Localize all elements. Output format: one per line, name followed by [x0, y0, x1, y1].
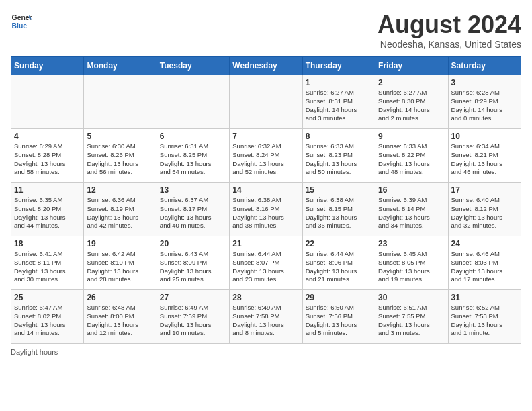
- day-number: 10: [451, 132, 518, 141]
- day-number: 14: [232, 185, 299, 195]
- day-number: 9: [378, 132, 445, 141]
- calendar-week-row: 1Sunrise: 6:27 AM Sunset: 8:31 PM Daylig…: [11, 75, 521, 129]
- calendar-cell: 10Sunrise: 6:34 AM Sunset: 8:21 PM Dayli…: [448, 129, 521, 183]
- day-info: Sunrise: 6:40 AM Sunset: 8:12 PM Dayligh…: [451, 196, 518, 230]
- day-info: Sunrise: 6:47 AM Sunset: 8:02 PM Dayligh…: [14, 304, 81, 338]
- day-info: Sunrise: 6:44 AM Sunset: 8:06 PM Dayligh…: [306, 250, 372, 284]
- day-info: Sunrise: 6:41 AM Sunset: 8:11 PM Dayligh…: [14, 250, 81, 284]
- calendar-cell: 7Sunrise: 6:32 AM Sunset: 8:24 PM Daylig…: [230, 129, 302, 183]
- calendar-cell: 21Sunrise: 6:44 AM Sunset: 8:07 PM Dayli…: [230, 236, 302, 290]
- calendar-cell: 19Sunrise: 6:42 AM Sunset: 8:10 PM Dayli…: [84, 236, 157, 290]
- calendar-cell: 3Sunrise: 6:28 AM Sunset: 8:29 PM Daylig…: [448, 75, 521, 129]
- day-info: Sunrise: 6:29 AM Sunset: 8:28 PM Dayligh…: [14, 142, 81, 177]
- day-info: Sunrise: 6:49 AM Sunset: 7:59 PM Dayligh…: [160, 304, 226, 338]
- day-info: Sunrise: 6:46 AM Sunset: 8:03 PM Dayligh…: [451, 250, 518, 284]
- calendar-week-row: 11Sunrise: 6:35 AM Sunset: 8:20 PM Dayli…: [11, 183, 521, 236]
- calendar-cell: [157, 75, 229, 129]
- day-number: 31: [451, 293, 518, 302]
- calendar-cell: [11, 75, 84, 129]
- footer: Daylight hours: [11, 348, 521, 356]
- calendar-cell: 26Sunrise: 6:48 AM Sunset: 8:00 PM Dayli…: [84, 290, 157, 344]
- logo: General Blue: [11, 11, 32, 32]
- day-number: 5: [87, 132, 153, 141]
- calendar-table: SundayMondayTuesdayWednesdayThursdayFrid…: [11, 56, 521, 344]
- day-number: 30: [378, 293, 445, 302]
- day-number: 15: [306, 185, 372, 195]
- day-number: 21: [232, 239, 299, 248]
- day-info: Sunrise: 6:27 AM Sunset: 8:30 PM Dayligh…: [378, 89, 445, 123]
- day-info: Sunrise: 6:48 AM Sunset: 8:00 PM Dayligh…: [87, 304, 153, 338]
- day-info: Sunrise: 6:37 AM Sunset: 8:17 PM Dayligh…: [160, 196, 226, 230]
- day-number: 11: [14, 185, 81, 195]
- day-number: 3: [451, 78, 518, 87]
- day-number: 8: [306, 132, 372, 141]
- footer-text: Daylight hours: [11, 348, 58, 356]
- day-number: 16: [378, 185, 445, 195]
- calendar-cell: 9Sunrise: 6:33 AM Sunset: 8:22 PM Daylig…: [375, 129, 448, 183]
- calendar-cell: 20Sunrise: 6:43 AM Sunset: 8:09 PM Dayli…: [157, 236, 229, 290]
- calendar-week-row: 4Sunrise: 6:29 AM Sunset: 8:28 PM Daylig…: [11, 129, 521, 183]
- calendar-cell: 11Sunrise: 6:35 AM Sunset: 8:20 PM Dayli…: [11, 183, 84, 236]
- day-info: Sunrise: 6:31 AM Sunset: 8:25 PM Dayligh…: [160, 142, 226, 177]
- calendar-cell: 24Sunrise: 6:46 AM Sunset: 8:03 PM Dayli…: [448, 236, 521, 290]
- day-info: Sunrise: 6:39 AM Sunset: 8:14 PM Dayligh…: [378, 196, 445, 230]
- calendar-day-header: Saturday: [448, 57, 521, 75]
- calendar-day-header: Tuesday: [157, 57, 229, 75]
- day-info: Sunrise: 6:36 AM Sunset: 8:19 PM Dayligh…: [87, 196, 153, 230]
- day-number: 2: [378, 78, 445, 87]
- calendar-day-header: Monday: [84, 57, 157, 75]
- page-subtitle: Neodesha, Kansas, United States: [378, 39, 521, 50]
- day-info: Sunrise: 6:38 AM Sunset: 8:15 PM Dayligh…: [306, 196, 372, 230]
- calendar-cell: 18Sunrise: 6:41 AM Sunset: 8:11 PM Dayli…: [11, 236, 84, 290]
- day-info: Sunrise: 6:27 AM Sunset: 8:31 PM Dayligh…: [306, 89, 372, 123]
- day-number: 6: [160, 132, 226, 141]
- day-number: 17: [451, 185, 518, 195]
- day-info: Sunrise: 6:45 AM Sunset: 8:05 PM Dayligh…: [378, 250, 445, 284]
- calendar-cell: 1Sunrise: 6:27 AM Sunset: 8:31 PM Daylig…: [302, 75, 375, 129]
- day-number: 18: [14, 239, 81, 248]
- calendar-cell: 30Sunrise: 6:51 AM Sunset: 7:55 PM Dayli…: [375, 290, 448, 344]
- day-number: 13: [160, 185, 226, 195]
- page-title: August 2024: [378, 11, 521, 39]
- day-number: 25: [14, 293, 81, 302]
- calendar-cell: 27Sunrise: 6:49 AM Sunset: 7:59 PM Dayli…: [157, 290, 229, 344]
- calendar-header-row: SundayMondayTuesdayWednesdayThursdayFrid…: [11, 57, 521, 75]
- day-number: 19: [87, 239, 153, 248]
- calendar-cell: 4Sunrise: 6:29 AM Sunset: 8:28 PM Daylig…: [11, 129, 84, 183]
- day-info: Sunrise: 6:51 AM Sunset: 7:55 PM Dayligh…: [378, 304, 445, 338]
- day-info: Sunrise: 6:33 AM Sunset: 8:22 PM Dayligh…: [378, 142, 445, 177]
- calendar-week-row: 25Sunrise: 6:47 AM Sunset: 8:02 PM Dayli…: [11, 290, 521, 344]
- calendar-day-header: Wednesday: [230, 57, 302, 75]
- day-number: 27: [160, 293, 226, 302]
- calendar-cell: 31Sunrise: 6:52 AM Sunset: 7:53 PM Dayli…: [448, 290, 521, 344]
- calendar-cell: 28Sunrise: 6:49 AM Sunset: 7:58 PM Dayli…: [230, 290, 302, 344]
- day-number: 24: [451, 239, 518, 248]
- calendar-cell: 8Sunrise: 6:33 AM Sunset: 8:23 PM Daylig…: [302, 129, 375, 183]
- calendar-week-row: 18Sunrise: 6:41 AM Sunset: 8:11 PM Dayli…: [11, 236, 521, 290]
- day-info: Sunrise: 6:32 AM Sunset: 8:24 PM Dayligh…: [232, 142, 299, 177]
- day-info: Sunrise: 6:52 AM Sunset: 7:53 PM Dayligh…: [451, 304, 518, 338]
- calendar-cell: 29Sunrise: 6:50 AM Sunset: 7:56 PM Dayli…: [302, 290, 375, 344]
- day-info: Sunrise: 6:28 AM Sunset: 8:29 PM Dayligh…: [451, 89, 518, 123]
- day-info: Sunrise: 6:33 AM Sunset: 8:23 PM Dayligh…: [306, 142, 372, 177]
- day-info: Sunrise: 6:35 AM Sunset: 8:20 PM Dayligh…: [14, 196, 81, 230]
- day-info: Sunrise: 6:30 AM Sunset: 8:26 PM Dayligh…: [87, 142, 153, 177]
- day-number: 26: [87, 293, 153, 302]
- day-info: Sunrise: 6:44 AM Sunset: 8:07 PM Dayligh…: [232, 250, 299, 284]
- day-number: 28: [232, 293, 299, 302]
- day-number: 22: [306, 239, 372, 248]
- calendar-cell: 5Sunrise: 6:30 AM Sunset: 8:26 PM Daylig…: [84, 129, 157, 183]
- day-number: 20: [160, 239, 226, 248]
- calendar-cell: 2Sunrise: 6:27 AM Sunset: 8:30 PM Daylig…: [375, 75, 448, 129]
- day-number: 23: [378, 239, 445, 248]
- calendar-cell: 17Sunrise: 6:40 AM Sunset: 8:12 PM Dayli…: [448, 183, 521, 236]
- day-info: Sunrise: 6:34 AM Sunset: 8:21 PM Dayligh…: [451, 142, 518, 177]
- calendar-cell: 22Sunrise: 6:44 AM Sunset: 8:06 PM Dayli…: [302, 236, 375, 290]
- title-area: August 2024 Neodesha, Kansas, United Sta…: [378, 11, 521, 50]
- logo-icon: General Blue: [11, 11, 32, 32]
- calendar-day-header: Sunday: [11, 57, 84, 75]
- calendar-cell: 14Sunrise: 6:38 AM Sunset: 8:16 PM Dayli…: [230, 183, 302, 236]
- day-info: Sunrise: 6:49 AM Sunset: 7:58 PM Dayligh…: [232, 304, 299, 338]
- day-number: 1: [306, 78, 372, 87]
- calendar-day-header: Friday: [375, 57, 448, 75]
